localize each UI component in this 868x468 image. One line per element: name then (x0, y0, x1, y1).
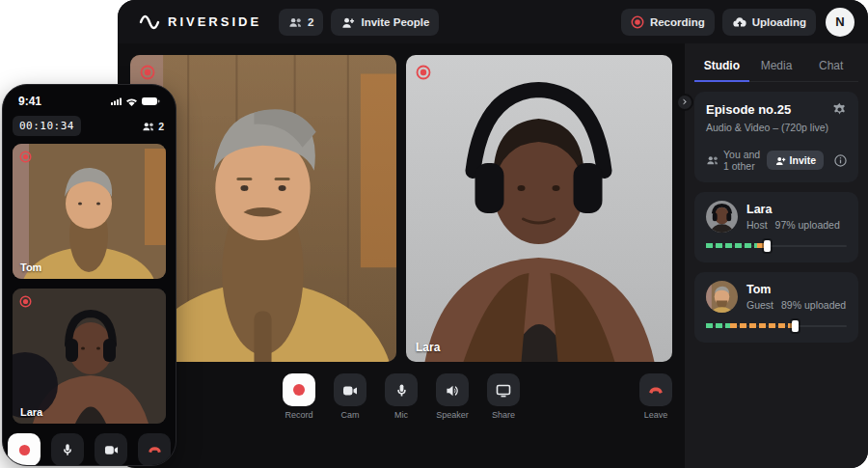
uploading-label: Uploading (752, 16, 806, 28)
info-icon (834, 154, 847, 167)
desktop-canvas: RIVERSIDE 2 Invite People Recording Uplo… (0, 0, 868, 468)
riverside-logo: RIVERSIDE (139, 12, 261, 33)
lara-avatar-image (706, 201, 738, 233)
hangup-icon (648, 383, 664, 398)
progress-orange-segment (730, 323, 792, 328)
phone-participant-number: 2 (158, 121, 164, 132)
episode-card: Episode no.25 Audio & Video – (720p live… (694, 92, 858, 182)
recording-status-badge[interactable]: Recording (621, 9, 715, 36)
share-screen-icon (496, 383, 511, 398)
wifi-icon (126, 97, 137, 106)
tile-name-label: Lara (20, 406, 42, 418)
mic-button[interactable] (385, 373, 418, 406)
progress-green-segment (706, 323, 730, 328)
lara-video-feed (406, 55, 672, 362)
sidebar-collapse-button[interactable] (676, 94, 693, 111)
camera-button-label: Cam (340, 410, 359, 420)
chevron-right-icon (681, 97, 690, 106)
video-tiles: Lara (118, 43, 685, 362)
share-screen-button[interactable] (487, 373, 520, 406)
episode-title: Episode no.25 (706, 102, 791, 117)
participant-name: Tom (746, 283, 846, 296)
speaker-button[interactable] (436, 373, 469, 406)
recording-dot-icon (631, 15, 644, 29)
episode-settings-button[interactable] (832, 102, 847, 117)
upload-progress-bar (706, 319, 847, 333)
phone-camera-button[interactable] (95, 433, 127, 466)
wave-logo-icon (139, 12, 160, 33)
record-button-label: Record (285, 410, 312, 420)
app-header: RIVERSIDE 2 Invite People Recording Uplo… (118, 0, 868, 43)
progress-marker[interactable] (792, 320, 799, 332)
tab-studio[interactable]: Studio (694, 53, 749, 82)
record-indicator-icon (19, 151, 32, 163)
phone-participant-count: 2 (142, 121, 164, 132)
participant-role: Guest (746, 299, 773, 311)
participants-summary: You and 1 other (723, 149, 762, 172)
invite-people-button[interactable]: Invite People (331, 9, 439, 36)
leave-call-button[interactable] (639, 373, 672, 406)
tab-chat[interactable]: Chat (803, 53, 858, 82)
sidebar-tabs: Studio Media Chat (694, 53, 858, 82)
progress-green-segment (706, 243, 757, 248)
share-button-label: Share (492, 410, 515, 420)
people-icon (706, 154, 719, 166)
participant-count-badge[interactable]: 2 (279, 9, 323, 36)
progress-marker[interactable] (764, 240, 771, 252)
record-icon (18, 444, 31, 456)
video-tile-lara: Lara (406, 55, 672, 362)
battery-icon (142, 96, 160, 106)
phone-hangup-button[interactable] (138, 433, 171, 466)
studio-sidebar: Studio Media Chat Episode no.25 Audio & … (685, 43, 868, 468)
leave-button-label: Leave (644, 410, 668, 420)
record-indicator-icon (19, 295, 32, 308)
mic-button-label: Mic (394, 410, 408, 420)
invite-people-label: Invite People (361, 16, 429, 28)
episode-subtitle: Audio & Video – (720p live) (706, 122, 847, 133)
hangup-icon (148, 443, 162, 456)
participant-card-tom: Tom Guest 89% uploaded (694, 272, 858, 343)
sidebar-invite-label: Invite (790, 154, 816, 166)
phone-tile-lara: Lara (13, 289, 166, 424)
tile-name-label: Tom (20, 262, 41, 273)
phone-mic-button[interactable] (51, 433, 84, 466)
camera-icon (104, 443, 119, 456)
participant-count: 2 (308, 16, 313, 28)
tile-name-label: Lara (416, 341, 440, 354)
participant-name: Lara (746, 203, 840, 216)
camera-icon (342, 383, 358, 398)
call-controls-center: Record Cam Mic (280, 373, 523, 420)
participant-role: Host (746, 219, 768, 231)
tom-video-feed-mini (13, 144, 166, 279)
speaker-icon (446, 383, 460, 398)
mic-icon (394, 383, 409, 398)
stage: Lara Record (118, 43, 685, 468)
tab-media[interactable]: Media (749, 53, 804, 82)
phone-record-button[interactable] (8, 433, 41, 466)
upload-progress-bar (706, 239, 847, 253)
speaker-button-label: Speaker (436, 410, 469, 420)
phone-clock: 9:41 (18, 95, 41, 108)
sidebar-invite-button[interactable]: Invite (767, 151, 824, 170)
tom-avatar-image (706, 281, 738, 313)
riverside-app-window: RIVERSIDE 2 Invite People Recording Uplo… (118, 0, 868, 468)
mic-icon (61, 443, 74, 456)
gear-icon (832, 102, 847, 117)
record-button[interactable] (283, 373, 315, 406)
user-avatar[interactable]: N (826, 8, 854, 37)
person-plus-icon (774, 155, 786, 166)
session-timer: 00:10:34 (13, 116, 81, 136)
call-controls: Record Cam Mic (118, 373, 685, 429)
camera-button[interactable] (334, 373, 366, 406)
phone-tile-tom: Tom (13, 144, 166, 279)
uploading-status-badge[interactable]: Uploading (722, 9, 816, 36)
lara-avatar (706, 201, 738, 233)
person-plus-icon (340, 15, 355, 29)
participant-card-lara: Lara Host 97% uploaded (694, 192, 858, 262)
record-icon (292, 383, 306, 397)
episode-info-button[interactable] (834, 154, 847, 167)
phone-overlay: 9:41 00:10:34 2 (2, 84, 176, 466)
people-icon (288, 15, 302, 29)
recording-label: Recording (650, 16, 705, 28)
record-indicator-icon (140, 65, 155, 80)
